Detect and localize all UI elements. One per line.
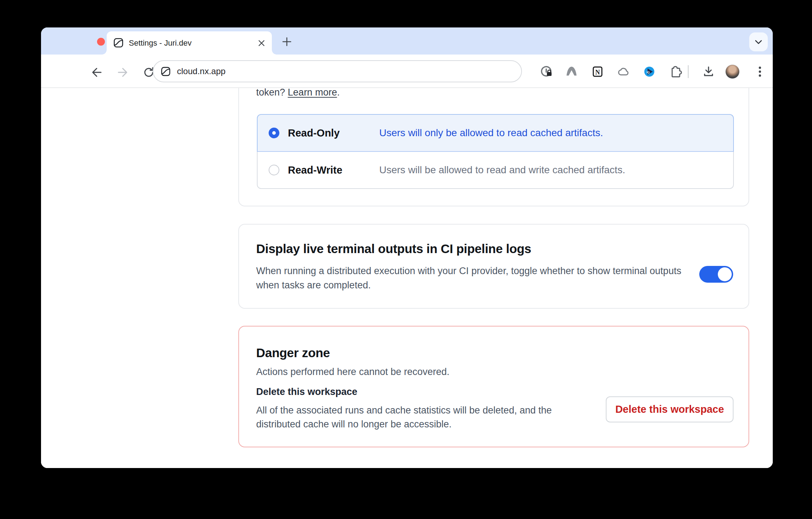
back-icon[interactable] xyxy=(90,65,104,79)
svg-text:IQ: IQ xyxy=(646,71,649,74)
svg-text:N: N xyxy=(595,69,600,76)
browser-window: Settings - Juri.dev xyxy=(41,27,773,468)
site-icon xyxy=(161,66,171,77)
tab-search-button[interactable] xyxy=(749,32,768,51)
terminal-outputs-card: Display live terminal outputs in CI pipe… xyxy=(238,224,749,309)
forward-icon[interactable] xyxy=(116,65,130,79)
radio-label: Read-Only xyxy=(288,127,340,139)
close-window-button[interactable] xyxy=(97,38,105,46)
access-level-card: token? Learn more. Read-Only Users will … xyxy=(238,88,749,206)
downloads-icon[interactable] xyxy=(702,65,715,78)
radio-option-read-write[interactable]: Read-Write Users will be allowed to read… xyxy=(257,152,734,189)
learn-more-link[interactable]: Learn more xyxy=(288,88,337,98)
menu-kebab-icon[interactable] xyxy=(753,65,767,78)
danger-zone-title: Danger zone xyxy=(256,346,330,360)
delete-workspace-label: Delete this workspace xyxy=(256,386,357,397)
address-bar[interactable]: cloud.nx.app xyxy=(153,60,522,82)
arc-browser-icon[interactable] xyxy=(565,65,578,78)
extensions-icon[interactable] xyxy=(669,65,682,78)
profile-avatar[interactable] xyxy=(725,65,740,79)
nx-cloud-favicon xyxy=(113,37,124,48)
access-level-radio-group: Read-Only Users will only be allowed to … xyxy=(257,114,734,189)
radio-label: Read-Write xyxy=(288,164,342,176)
delete-workspace-description: All of the associated runs and cache sta… xyxy=(256,404,570,431)
tab-strip: Settings - Juri.dev xyxy=(41,27,773,55)
toggle-knob xyxy=(718,267,732,281)
terminal-outputs-toggle[interactable] xyxy=(699,266,733,283)
radio-unselected-icon[interactable] xyxy=(269,165,279,175)
danger-zone-subtitle: Actions performed here cannot be recover… xyxy=(256,366,450,377)
page-content: token? Learn more. Read-Only Users will … xyxy=(41,88,773,468)
danger-zone-card: Danger zone Actions performed here canno… xyxy=(238,326,749,447)
video-player-icon[interactable]: IQ xyxy=(643,65,656,78)
clipped-help-text: token? Learn more. xyxy=(256,88,340,98)
radio-description: Users will be allowed to read and write … xyxy=(379,164,625,176)
toolbar-separator xyxy=(688,65,689,78)
chevron-down-icon xyxy=(755,40,762,44)
browser-tab[interactable]: Settings - Juri.dev xyxy=(107,31,272,55)
tab-title: Settings - Juri.dev xyxy=(129,31,192,55)
notion-icon[interactable]: N xyxy=(591,65,604,78)
new-tab-button[interactable] xyxy=(281,36,293,48)
password-manager-icon[interactable] xyxy=(540,65,553,78)
cloud-icon[interactable] xyxy=(616,65,630,78)
url-text: cloud.nx.app xyxy=(177,66,225,76)
radio-selected-icon[interactable] xyxy=(269,128,279,138)
radio-description: Users will only be allowed to read cache… xyxy=(379,127,603,139)
tab-close-icon[interactable] xyxy=(255,37,268,49)
delete-workspace-button[interactable]: Delete this workspace xyxy=(606,396,734,422)
terminal-card-description: When running a distributed execution wit… xyxy=(256,264,699,292)
terminal-card-title: Display live terminal outputs in CI pipe… xyxy=(256,242,531,256)
browser-toolbar: cloud.nx.app N xyxy=(41,55,773,88)
radio-option-read-only[interactable]: Read-Only Users will only be allowed to … xyxy=(257,114,734,152)
